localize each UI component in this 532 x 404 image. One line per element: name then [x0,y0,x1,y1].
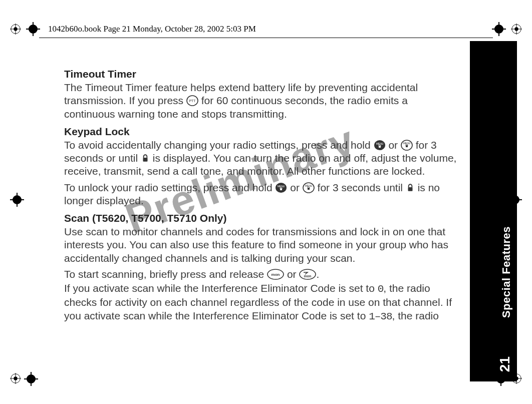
lock-icon [406,183,415,192]
ptt-button-icon: PTT [186,95,198,106]
text: or [287,182,302,193]
crop-mark-icon [10,193,24,207]
crop-mark-icon [26,22,40,36]
svg-text:mon: mon [272,272,280,277]
register-mark-icon [511,24,522,35]
heading-timeout-timer: Timeout Timer [64,68,460,80]
section-timeout-timer: Timeout Timer The Timeout Timer feature … [64,68,460,121]
heading-keypad-lock: Keypad Lock [64,126,460,138]
header-rule [39,38,493,38]
section-scan: Scan (T5620, T5700, T5710 Only) Use scan… [64,212,460,323]
text: or [284,268,299,280]
text: or [386,139,401,151]
svg-rect-54 [143,158,147,162]
register-mark-icon [10,373,21,384]
svg-rect-61 [408,187,412,191]
text: , the radio [392,310,439,321]
crop-mark-icon [492,22,506,36]
code-range: 1–38 [369,311,392,322]
page-number: 21 [497,356,513,372]
text: . [316,268,319,280]
header-bar: 1042b60o.book Page 21 Monday, October 28… [10,22,522,36]
register-mark-icon [10,24,21,35]
scan-mon-button-icon: mon [299,269,316,280]
paragraph: To start scanning, briefly press and rel… [64,268,460,281]
menu-lock-button-outline-icon: MENU [401,140,413,151]
svg-text:PTT: PTT [189,99,196,103]
svg-rect-50 [379,146,381,148]
text: To start scanning, briefly press and rel… [64,268,267,280]
svg-rect-57 [280,188,282,190]
body-content: Timeout Timer The Timeout Timer feature … [64,63,460,328]
section-keypad-lock: Keypad Lock To avoid accidentally changi… [64,126,460,207]
menu-lock-button-solid-icon: MENU [275,182,287,193]
svg-point-48 [374,140,385,150]
paragraph: To avoid accidentally changing your radi… [64,139,460,178]
svg-text:mon: mon [304,274,312,278]
menu-lock-button-outline-icon: MENU [303,182,315,193]
crop-mark-icon [24,372,38,386]
text: To unlock your radio settings, press and… [64,182,275,193]
text: To avoid accidentally changing your radi… [64,139,374,151]
paragraph: Use scan to monitor channels and codes f… [64,225,460,265]
section-tab: Special Features 21 [470,41,517,381]
paragraph: If you activate scan while the Interfere… [64,282,460,323]
paragraph: The Timeout Timer feature helps extend b… [64,81,460,121]
page: 1042b60o.book Page 21 Monday, October 28… [0,0,532,404]
code-zero: 0 [378,283,384,295]
header-file-info: 1042b60o.book Page 21 Monday, October 28… [48,24,256,34]
text: for 3 seconds until [315,182,406,193]
svg-rect-60 [308,188,310,190]
heading-scan: Scan (T5620, T5700, T5710 Only) [64,212,460,224]
lock-icon [141,154,150,163]
paragraph: To unlock your radio settings, press and… [64,181,460,208]
section-tab-label: Special Features [500,226,513,318]
svg-point-55 [276,183,287,193]
text: If you activate scan while the Interfere… [64,282,378,294]
mon-button-icon: mon [267,269,284,280]
svg-rect-53 [406,145,408,147]
menu-lock-button-solid-icon: MENU [374,140,386,151]
